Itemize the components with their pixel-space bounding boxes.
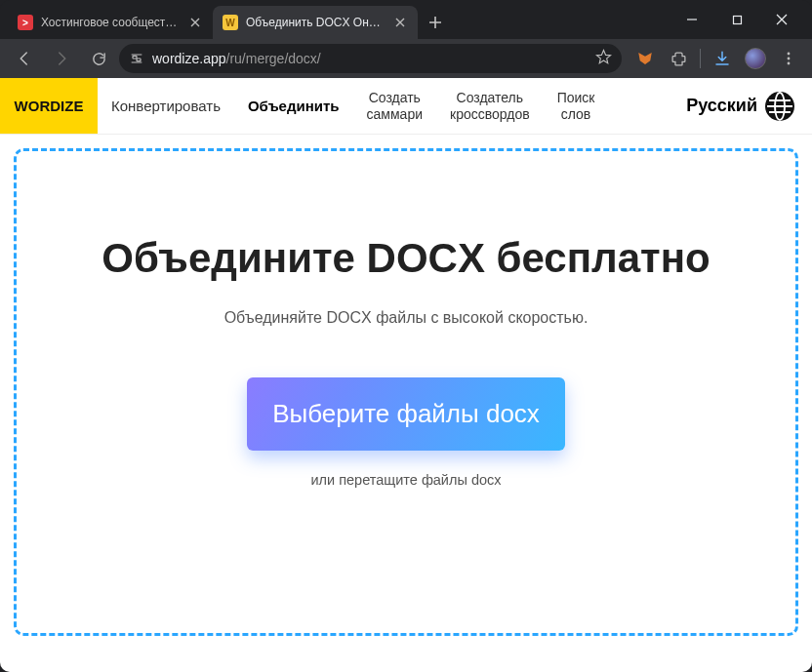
svg-point-3 — [788, 53, 791, 56]
minimize-button[interactable] — [670, 4, 714, 35]
close-window-button[interactable] — [759, 4, 804, 35]
forward-button[interactable] — [45, 43, 78, 74]
extensions-icon[interactable] — [663, 43, 694, 74]
logo[interactable]: WORDIZE — [0, 78, 98, 134]
nav-summary[interactable]: Создать саммари — [353, 78, 436, 134]
site-header: WORDIZE Конвертировать Объединить Создат… — [0, 78, 812, 135]
url-path: /ru/merge/docx/ — [226, 51, 321, 66]
page-content: WORDIZE Конвертировать Объединить Создат… — [0, 78, 812, 672]
url-text: wordize.app/ru/merge/docx/ — [152, 51, 588, 66]
profile-avatar[interactable] — [740, 43, 771, 74]
svg-point-4 — [788, 58, 791, 60]
bookmark-icon[interactable] — [595, 49, 612, 68]
nav-summary-line2: саммари — [367, 106, 423, 122]
globe-icon — [765, 92, 794, 121]
nav-convert[interactable]: Конвертировать — [98, 78, 234, 134]
browser-tab-inactive[interactable]: > Хостинговое сообщество «Tim — [8, 6, 213, 39]
file-dropzone[interactable]: Объедините DOCX бесплатно Объединяйте DO… — [14, 148, 798, 636]
extension-metamask-icon[interactable] — [629, 43, 661, 74]
nav-merge[interactable]: Объединить — [234, 78, 353, 134]
window-controls — [670, 0, 804, 39]
toolbar-divider — [700, 49, 701, 68]
dropzone-container: Объедините DOCX бесплатно Объединяйте DO… — [0, 135, 812, 636]
tab-title: Объединить DOCX Онлайн — [246, 16, 385, 29]
address-bar: wordize.app/ru/merge/docx/ — [0, 39, 812, 78]
favicon-icon: W — [223, 15, 238, 30]
url-field[interactable]: wordize.app/ru/merge/docx/ — [119, 44, 622, 73]
drop-hint: или перетащите файлы docx — [310, 472, 501, 488]
choose-files-button[interactable]: Выберите файлы docx — [247, 377, 565, 451]
new-tab-button[interactable] — [422, 9, 449, 36]
hero-subtitle: Объединяйте DOCX файлы с высокой скорост… — [224, 309, 589, 327]
nav-crossword-line2: кроссвордов — [450, 106, 530, 122]
tab-title: Хостинговое сообщество «Tim — [41, 16, 180, 29]
url-host: wordize.app — [152, 51, 226, 66]
browser-titlebar: > Хостинговое сообщество «Tim W Объедини… — [0, 0, 812, 39]
svg-point-5 — [788, 62, 791, 65]
back-button[interactable] — [8, 43, 41, 74]
reload-button[interactable] — [82, 43, 115, 74]
nav-crossword[interactable]: Создатель кроссвордов — [436, 78, 544, 134]
language-label: Русский — [686, 96, 757, 116]
svg-rect-1 — [133, 56, 137, 59]
nav-wordsearch-line2: слов — [561, 106, 591, 122]
close-icon[interactable] — [187, 15, 203, 30]
svg-rect-0 — [733, 16, 741, 23]
language-selector[interactable]: Русский — [686, 92, 812, 121]
svg-rect-2 — [137, 59, 141, 61]
site-nav: Конвертировать Объединить Создать саммар… — [98, 78, 812, 134]
site-settings-icon[interactable] — [129, 51, 144, 66]
hero-title: Объедините DOCX бесплатно — [102, 235, 710, 282]
nav-wordsearch-line1: Поиск — [557, 90, 595, 105]
browser-tab-active[interactable]: W Объединить DOCX Онлайн — [213, 6, 418, 39]
toolbar-icons — [629, 43, 804, 74]
chrome-menu-icon[interactable] — [773, 43, 804, 74]
close-icon[interactable] — [392, 15, 408, 30]
tab-strip: > Хостинговое сообщество «Tim W Объедини… — [8, 6, 670, 39]
nav-crossword-line1: Создатель — [457, 90, 524, 105]
nav-wordsearch[interactable]: Поиск слов — [544, 78, 609, 134]
favicon-icon: > — [18, 15, 33, 30]
maximize-button[interactable] — [714, 4, 759, 35]
nav-summary-line1: Создать — [369, 90, 421, 105]
downloads-icon[interactable] — [707, 43, 738, 74]
